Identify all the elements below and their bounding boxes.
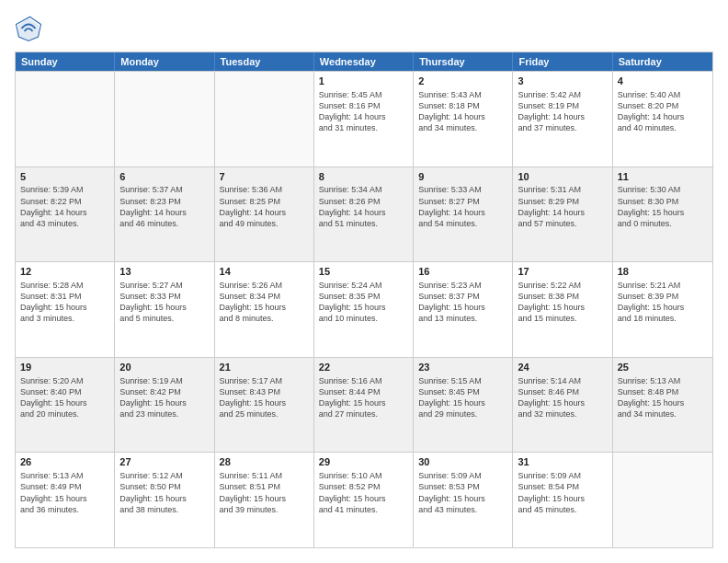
logo xyxy=(15,15,46,42)
day-number: 11 xyxy=(618,170,708,184)
calendar-week-3: 12Sunrise: 5:28 AM Sunset: 8:31 PM Dayli… xyxy=(16,261,712,357)
calendar-cell: 9Sunrise: 5:33 AM Sunset: 8:27 PM Daylig… xyxy=(414,167,513,262)
calendar-week-1: 1Sunrise: 5:45 AM Sunset: 8:16 PM Daylig… xyxy=(16,71,712,167)
day-info: Sunrise: 5:23 AM Sunset: 8:37 PM Dayligh… xyxy=(418,280,507,325)
day-info: Sunrise: 5:37 AM Sunset: 8:23 PM Dayligh… xyxy=(119,184,209,229)
day-number: 26 xyxy=(20,455,109,469)
day-info: Sunrise: 5:39 AM Sunset: 8:22 PM Dayligh… xyxy=(20,184,109,229)
day-number: 29 xyxy=(319,455,408,469)
day-number: 16 xyxy=(418,265,507,279)
calendar-cell: 13Sunrise: 5:27 AM Sunset: 8:33 PM Dayli… xyxy=(115,262,214,357)
day-number: 5 xyxy=(20,170,109,184)
day-info: Sunrise: 5:19 AM Sunset: 8:42 PM Dayligh… xyxy=(119,375,209,420)
day-info: Sunrise: 5:27 AM Sunset: 8:33 PM Dayligh… xyxy=(119,280,209,325)
day-info: Sunrise: 5:22 AM Sunset: 8:38 PM Dayligh… xyxy=(518,280,607,325)
day-info: Sunrise: 5:14 AM Sunset: 8:46 PM Dayligh… xyxy=(518,375,607,420)
calendar-cell: 2Sunrise: 5:43 AM Sunset: 8:18 PM Daylig… xyxy=(414,72,513,167)
calendar-cell: 1Sunrise: 5:45 AM Sunset: 8:16 PM Daylig… xyxy=(314,72,414,167)
calendar-cell: 17Sunrise: 5:22 AM Sunset: 8:38 PM Dayli… xyxy=(513,262,612,357)
calendar-cell xyxy=(613,453,712,547)
day-number: 25 xyxy=(618,361,708,374)
day-info: Sunrise: 5:33 AM Sunset: 8:27 PM Dayligh… xyxy=(418,184,507,229)
calendar-cell: 19Sunrise: 5:20 AM Sunset: 8:40 PM Dayli… xyxy=(16,358,115,453)
calendar-cell: 31Sunrise: 5:09 AM Sunset: 8:54 PM Dayli… xyxy=(513,453,612,547)
calendar-cell: 16Sunrise: 5:23 AM Sunset: 8:37 PM Dayli… xyxy=(414,262,513,357)
calendar-weekday-wednesday: Wednesday xyxy=(314,52,414,71)
day-number: 30 xyxy=(418,455,507,469)
day-info: Sunrise: 5:09 AM Sunset: 8:54 PM Dayligh… xyxy=(518,470,607,515)
day-number: 6 xyxy=(119,170,209,184)
day-number: 7 xyxy=(220,170,309,184)
calendar-cell: 6Sunrise: 5:37 AM Sunset: 8:23 PM Daylig… xyxy=(115,167,214,262)
calendar-cell: 23Sunrise: 5:15 AM Sunset: 8:45 PM Dayli… xyxy=(414,358,513,453)
day-info: Sunrise: 5:30 AM Sunset: 8:30 PM Dayligh… xyxy=(618,184,708,229)
calendar-cell: 4Sunrise: 5:40 AM Sunset: 8:20 PM Daylig… xyxy=(613,72,712,167)
calendar-weekday-thursday: Thursday xyxy=(414,52,513,71)
calendar-week-5: 26Sunrise: 5:13 AM Sunset: 8:49 PM Dayli… xyxy=(16,452,712,547)
day-number: 3 xyxy=(518,75,607,88)
day-info: Sunrise: 5:43 AM Sunset: 8:18 PM Dayligh… xyxy=(418,89,507,134)
day-number: 13 xyxy=(119,265,209,279)
day-info: Sunrise: 5:12 AM Sunset: 8:50 PM Dayligh… xyxy=(119,470,209,515)
day-info: Sunrise: 5:31 AM Sunset: 8:29 PM Dayligh… xyxy=(518,184,607,229)
day-info: Sunrise: 5:10 AM Sunset: 8:52 PM Dayligh… xyxy=(319,470,408,515)
day-info: Sunrise: 5:40 AM Sunset: 8:20 PM Dayligh… xyxy=(618,89,708,134)
day-info: Sunrise: 5:45 AM Sunset: 8:16 PM Dayligh… xyxy=(319,89,408,134)
calendar-cell: 20Sunrise: 5:19 AM Sunset: 8:42 PM Dayli… xyxy=(115,358,214,453)
day-info: Sunrise: 5:15 AM Sunset: 8:45 PM Dayligh… xyxy=(418,375,507,420)
calendar-cell: 5Sunrise: 5:39 AM Sunset: 8:22 PM Daylig… xyxy=(16,167,115,262)
calendar-cell: 14Sunrise: 5:26 AM Sunset: 8:34 PM Dayli… xyxy=(215,262,314,357)
calendar-cell: 12Sunrise: 5:28 AM Sunset: 8:31 PM Dayli… xyxy=(16,262,115,357)
day-number: 18 xyxy=(618,265,708,279)
day-number: 8 xyxy=(319,170,408,184)
calendar-cell: 3Sunrise: 5:42 AM Sunset: 8:19 PM Daylig… xyxy=(513,72,612,167)
day-info: Sunrise: 5:21 AM Sunset: 8:39 PM Dayligh… xyxy=(618,280,708,325)
calendar-cell: 25Sunrise: 5:13 AM Sunset: 8:48 PM Dayli… xyxy=(613,358,712,453)
calendar-cell: 11Sunrise: 5:30 AM Sunset: 8:30 PM Dayli… xyxy=(613,167,712,262)
day-number: 15 xyxy=(319,265,408,279)
day-info: Sunrise: 5:42 AM Sunset: 8:19 PM Dayligh… xyxy=(518,89,607,134)
day-info: Sunrise: 5:09 AM Sunset: 8:53 PM Dayligh… xyxy=(418,470,507,515)
day-number: 28 xyxy=(220,455,309,469)
calendar-cell: 10Sunrise: 5:31 AM Sunset: 8:29 PM Dayli… xyxy=(513,167,612,262)
calendar-cell: 24Sunrise: 5:14 AM Sunset: 8:46 PM Dayli… xyxy=(513,358,612,453)
logo-icon xyxy=(15,15,42,42)
calendar-cell: 22Sunrise: 5:16 AM Sunset: 8:44 PM Dayli… xyxy=(314,358,414,453)
calendar-body: 1Sunrise: 5:45 AM Sunset: 8:16 PM Daylig… xyxy=(16,71,712,547)
day-number: 2 xyxy=(418,75,507,88)
calendar-cell: 28Sunrise: 5:11 AM Sunset: 8:51 PM Dayli… xyxy=(215,453,314,547)
day-number: 1 xyxy=(319,75,408,88)
day-info: Sunrise: 5:13 AM Sunset: 8:49 PM Dayligh… xyxy=(20,470,109,515)
calendar-cell: 15Sunrise: 5:24 AM Sunset: 8:35 PM Dayli… xyxy=(314,262,414,357)
day-number: 10 xyxy=(518,170,607,184)
calendar-weekday-monday: Monday xyxy=(115,52,214,71)
calendar-weekday-sunday: Sunday xyxy=(16,52,115,71)
day-info: Sunrise: 5:36 AM Sunset: 8:25 PM Dayligh… xyxy=(220,184,309,229)
day-info: Sunrise: 5:20 AM Sunset: 8:40 PM Dayligh… xyxy=(20,375,109,420)
day-info: Sunrise: 5:26 AM Sunset: 8:34 PM Dayligh… xyxy=(220,280,309,325)
calendar-cell xyxy=(115,72,214,167)
day-number: 17 xyxy=(518,265,607,279)
day-number: 21 xyxy=(220,361,309,374)
day-number: 19 xyxy=(20,361,109,374)
calendar-header: SundayMondayTuesdayWednesdayThursdayFrid… xyxy=(16,52,712,71)
calendar: SundayMondayTuesdayWednesdayThursdayFrid… xyxy=(15,52,713,548)
calendar-cell: 26Sunrise: 5:13 AM Sunset: 8:49 PM Dayli… xyxy=(16,453,115,547)
day-number: 23 xyxy=(418,361,507,374)
day-number: 4 xyxy=(618,75,708,88)
day-info: Sunrise: 5:17 AM Sunset: 8:43 PM Dayligh… xyxy=(220,375,309,420)
calendar-week-4: 19Sunrise: 5:20 AM Sunset: 8:40 PM Dayli… xyxy=(16,357,712,453)
calendar-weekday-saturday: Saturday xyxy=(613,52,712,71)
calendar-cell xyxy=(215,72,314,167)
calendar-cell xyxy=(16,72,115,167)
day-number: 27 xyxy=(119,455,209,469)
day-info: Sunrise: 5:24 AM Sunset: 8:35 PM Dayligh… xyxy=(319,280,408,325)
header xyxy=(15,15,713,42)
calendar-cell: 18Sunrise: 5:21 AM Sunset: 8:39 PM Dayli… xyxy=(613,262,712,357)
calendar-cell: 7Sunrise: 5:36 AM Sunset: 8:25 PM Daylig… xyxy=(215,167,314,262)
calendar-cell: 30Sunrise: 5:09 AM Sunset: 8:53 PM Dayli… xyxy=(414,453,513,547)
calendar-weekday-tuesday: Tuesday xyxy=(215,52,314,71)
day-number: 22 xyxy=(319,361,408,374)
page: SundayMondayTuesdayWednesdayThursdayFrid… xyxy=(0,0,728,563)
day-info: Sunrise: 5:28 AM Sunset: 8:31 PM Dayligh… xyxy=(20,280,109,325)
